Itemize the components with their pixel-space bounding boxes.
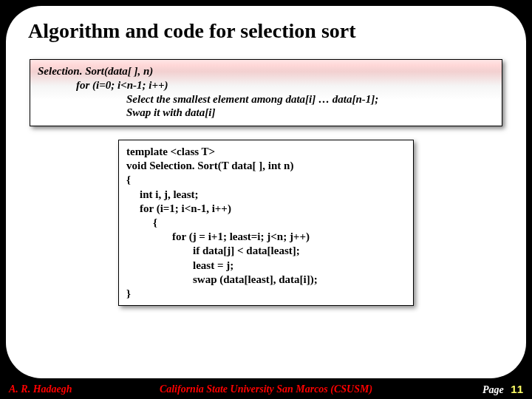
- slide-title: Algorithm and code for selection sort: [28, 19, 510, 43]
- code-line: for (i=1; i<n-1, i++): [140, 202, 406, 216]
- code-box: template <class T> void Selection. Sort(…: [118, 140, 414, 306]
- code-line: swap (data[least], data[i]);: [193, 273, 406, 287]
- code-line: if data[j] < data[least];: [193, 244, 406, 258]
- pseudo-signature: Selection. Sort(data[ ], n): [38, 64, 494, 78]
- footer-author: A. R. Hadaegh: [9, 383, 72, 395]
- page-number: 11: [511, 383, 523, 395]
- footer: A. R. Hadaegh California State Universit…: [0, 380, 532, 399]
- footer-page: Page 11: [482, 383, 523, 396]
- pseudocode-box: Selection. Sort(data[ ], n) for (i=0; i<…: [30, 59, 502, 126]
- code-line: template <class T>: [126, 145, 406, 159]
- footer-affiliation: California State University San Marcos (…: [0, 383, 532, 395]
- pseudo-select: Select the smallest element among data[i…: [126, 92, 494, 106]
- code-line: for (j = i+1; least=i; j<n; j++): [172, 230, 406, 244]
- code-line: least = j;: [193, 259, 406, 273]
- code-line: int i, j, least;: [140, 188, 406, 202]
- pseudo-swap: Swap it with data[i]: [126, 106, 494, 120]
- pseudo-for: for (i=0; i<n-1; i++): [76, 78, 494, 92]
- page-label: Page: [482, 384, 504, 395]
- slide: Algorithm and code for selection sort Se…: [6, 6, 526, 378]
- code-line: {: [126, 173, 406, 187]
- code-line: {: [153, 216, 406, 230]
- code-line: void Selection. Sort(T data[ ], int n): [126, 159, 406, 173]
- code-line: }: [126, 287, 406, 301]
